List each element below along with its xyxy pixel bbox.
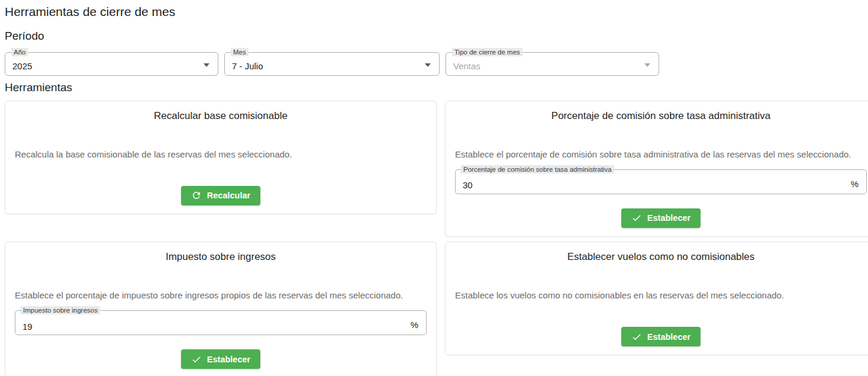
recalcular-button-label: Recalcular [207,191,250,200]
button-row: Recalcular [15,186,427,205]
year-select-label: Año [11,48,28,56]
card-title: Porcentaje de comisión sobre tasa admini… [455,110,867,122]
card-title: Establecer vuelos como no comisionables [455,251,867,263]
year-select[interactable]: Año 2025 [5,52,218,76]
year-select-value: 2025 [12,61,32,71]
button-row: Establecer [15,349,427,369]
close-type-select-label: Tipo de cierre de mes [452,48,522,56]
tools-heading: Herramientas [5,81,863,95]
establecer-flights-button[interactable]: Establecer [621,327,701,346]
month-select-label: Mes [231,48,249,56]
check-icon [631,213,642,223]
income-tax-input[interactable] [15,311,426,335]
card-vuelos-no-comisionables: Establecer vuelos como no comisionables … [445,242,868,355]
close-type-select: Tipo de cierre de mes Ventas [446,52,659,76]
card-description: Establece el porcentaje de comisión sobr… [455,148,867,161]
income-tax-field-label: Impuesto sobre ingresos [21,306,100,314]
card-recalcular-base-comisionable: Recalcular base comisionable Recalcula l… [5,101,437,214]
close-type-select-value: Ventas [453,61,480,71]
card-description: Establece el porcentaje de impuesto sobr… [15,289,427,302]
percent-suffix: % [411,320,418,330]
period-heading: Período [5,30,863,43]
month-close-tools-page: Herramientas de cierre de mes Período Añ… [0,0,868,376]
period-selects-row: Año 2025 Mes 7 - Julio Tipo de cierre de… [5,52,863,76]
card-impuesto-sobre-ingresos: Impuesto sobre ingresos Establece el por… [5,242,437,376]
recalcular-button[interactable]: Recalcular [181,186,260,205]
chevron-down-icon [204,63,209,67]
card-porcentaje-comision-tasa-administrativa: Porcentaje de comisión sobre tasa admini… [445,101,868,237]
establecer-button-label: Establecer [647,332,690,342]
establecer-tax-button[interactable]: Establecer [181,349,260,369]
establecer-commission-button[interactable]: Establecer [621,208,701,228]
establecer-button-label: Establecer [647,213,690,223]
button-row: Establecer [455,327,867,346]
check-icon [191,354,202,365]
establecer-button-label: Establecer [207,355,250,364]
percent-suffix: % [851,179,859,189]
chevron-down-icon [425,63,431,67]
refresh-icon [191,190,202,201]
commission-percentage-field-label: Porcentaje de comisión sobre tasa admini… [461,165,614,173]
month-select[interactable]: Mes 7 - Julio [224,52,440,76]
page-title: Herramientas de cierre de mes [5,5,863,19]
commission-percentage-input[interactable] [456,170,866,194]
income-tax-field-wrapper: Impuesto sobre ingresos % [15,310,427,335]
card-title: Recalcular base comisionable [15,110,427,122]
tools-cards-grid: Recalcular base comisionable Recalcula l… [5,101,863,376]
card-title: Impuesto sobre ingresos [15,251,427,263]
commission-percentage-field-wrapper: Porcentaje de comisión sobre tasa admini… [455,169,867,194]
check-icon [631,332,642,342]
chevron-down-icon [644,63,650,67]
card-description: Recalcula la base comisionable de las re… [15,148,427,161]
month-select-value: 7 - Julio [232,61,263,71]
card-description: Establece los vuelos como no comisionabl… [455,289,867,302]
button-row: Establecer [455,208,867,228]
